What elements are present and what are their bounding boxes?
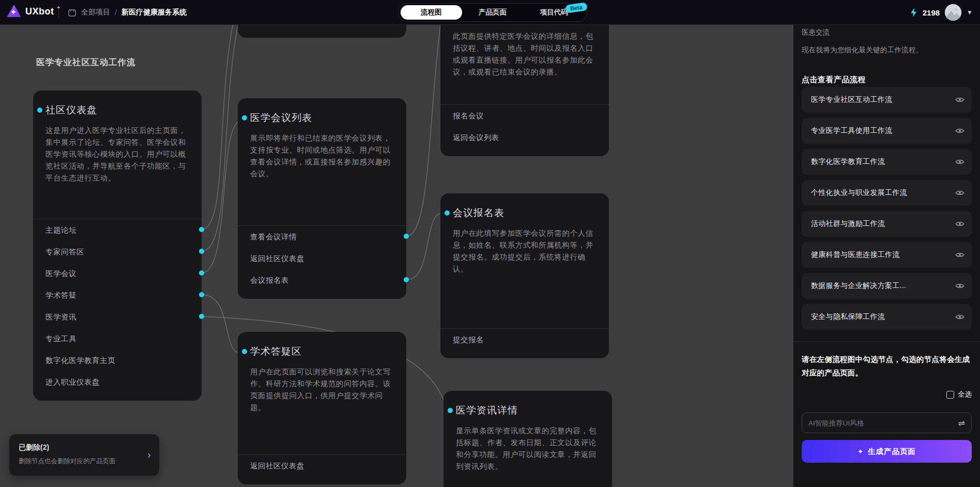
workflow-item-label: 数字化医学教育工作流	[811, 157, 885, 166]
workflow-item-5[interactable]: 活动社群与激励工作流	[802, 211, 972, 237]
node-link-item[interactable]: 医学资讯	[33, 306, 202, 328]
node-link-item[interactable]: 主题论坛	[33, 219, 202, 241]
flow-node-academic-qa[interactable]: 学术答疑区用户在此页面可以浏览和搜索关于论文写作、科研方法和学术规范的问答内容。…	[238, 332, 406, 484]
chevron-down-icon[interactable]: ▼	[967, 9, 973, 16]
breadcrumb-current-page: 新医疗健康服务系统	[121, 8, 187, 17]
node-link-item[interactable]: 查看会议详情	[238, 226, 406, 248]
eye-icon[interactable]	[955, 250, 964, 260]
flow-node-medical-news-detail[interactable]: 医学资讯详情显示单条医学资讯或文章的完整内容，包括标题、作者、发布日期、正文以及…	[443, 391, 612, 487]
select-all-label: 全选	[958, 390, 972, 399]
node-input-port-dot	[242, 349, 247, 354]
workflow-item-7[interactable]: 数据服务与企业解决方案工...	[802, 273, 972, 299]
breadcrumb-separator: /	[115, 8, 117, 17]
workflow-list-heading: 点击查看产品流程	[802, 75, 866, 85]
eye-icon[interactable]	[955, 95, 964, 104]
view-tabs: 流程图 产品页面 项目代码	[398, 3, 587, 22]
flowchart-canvas[interactable]: 医学专业社区互动工作流 社区仪表盘这是用户进入医学专业社区后的主页面，集中展示了…	[0, 25, 793, 487]
node-title: 社区仪表盘	[45, 103, 97, 117]
expand-chevron-icon[interactable]: ›	[147, 449, 151, 461]
workflow-item-label: 专业医学工具使用工作流	[811, 126, 892, 135]
node-link-item[interactable]: 数字化医学教育主页	[33, 349, 202, 371]
node-link-item[interactable]: 会议报名表	[238, 269, 406, 291]
top-bar: UXbot ✦ 全部项目 / 新医疗健康服务系统 流程图 产品页面 项目代码 B…	[0, 0, 980, 25]
node-title: 医学会议列表	[250, 111, 312, 125]
sparkle-icon: ✦	[858, 448, 864, 455]
breadcrumb-project-link[interactable]: 全部项目	[81, 8, 110, 17]
project-folder-icon	[68, 8, 76, 17]
node-description: 用户在此填写参加医学会议所需的个人信息，如姓名、联系方式和所属机构等，并提交报名…	[453, 227, 596, 275]
workflow-item-2[interactable]: 专业医学工具使用工作流	[802, 118, 972, 144]
avatar[interactable]	[945, 4, 961, 21]
breadcrumb: 全部项目 / 新医疗健康服务系统	[68, 0, 187, 25]
node-output-port-dot	[404, 234, 409, 239]
eye-icon[interactable]	[955, 281, 964, 291]
workflow-item-3[interactable]: 数字化医学教育工作流	[802, 149, 972, 175]
node-link-item[interactable]: 提交报名	[440, 329, 609, 351]
deleted-count: 已删除(2)	[19, 443, 150, 452]
node-output-port-dot	[199, 227, 204, 232]
node-output-port-dot	[199, 270, 204, 276]
workflow-item-8[interactable]: 安全与隐私保障工作流	[802, 304, 972, 330]
eye-icon[interactable]	[955, 312, 964, 322]
node-link-item[interactable]: 进入职业仪表盘	[33, 371, 202, 393]
node-link-item[interactable]: 报名会议	[440, 105, 609, 127]
sidebar-divider	[793, 341, 980, 342]
node-description: 显示单条医学资讯或文章的完整内容，包括标题、作者、发布日期、正文以及评论和分享功…	[456, 425, 600, 473]
workflow-item-1[interactable]: 医学专业社区互动工作流	[802, 87, 972, 113]
node-input-port-dot	[448, 408, 453, 413]
workflow-item-label: 个性化执业与职业发展工作流	[811, 188, 907, 197]
workflow-item-label: 健康科普与医患连接工作流	[811, 250, 900, 260]
node-output-port-dot	[404, 277, 409, 282]
assistant-text-line: 现在我将为您细化最关键的工作流程。	[802, 45, 923, 55]
node-page-links: 查看会议详情返回社区仪表盘会议报名表	[238, 225, 406, 299]
node-input-port-dot	[242, 115, 247, 120]
node-output-port-dot	[199, 314, 204, 319]
node-link-item[interactable]: 专业工具	[33, 328, 202, 349]
logo-triangle-icon	[7, 5, 21, 18]
workflow-item-label: 数据服务与企业解决方案工...	[811, 281, 906, 291]
node-title: 医学资讯详情	[456, 404, 518, 417]
flow-node-conference-list[interactable]: 医学会议列表展示即将举行和已结束的医学会议列表，支持按专业、时间或地点筛选。用户…	[238, 98, 406, 299]
select-all-control[interactable]: 全选	[946, 390, 972, 399]
logo-text: UXbot	[25, 6, 54, 17]
flow-node-partial-top-node[interactable]	[238, 25, 406, 38]
flow-node-conference-signup-form[interactable]: 会议报名表用户在此填写参加医学会议所需的个人信息，如姓名、联系方式和所属机构等，…	[440, 193, 609, 358]
node-link-item[interactable]: 学术答疑	[33, 284, 202, 306]
node-page-links: 主题论坛专家问答区医学会议学术答疑医学资讯专业工具数字化医学教育主页进入职业仪表…	[33, 219, 202, 401]
node-link-item[interactable]: 返回社区仪表盘	[238, 248, 406, 269]
node-title: 学术答疑区	[250, 345, 302, 358]
node-description: 用户在此页面可以浏览和搜索关于论文写作、科研方法和学术规范的问答内容。该页面提供…	[250, 366, 394, 414]
topbar-divider	[58, 7, 59, 18]
eye-icon[interactable]	[955, 157, 964, 166]
eye-icon[interactable]	[955, 188, 964, 197]
node-page-links: 报名会议返回会议列表	[440, 104, 609, 156]
selection-instruction: 请在左侧流程图中勾选节点，勾选的节点将会生成对应的产品页面。	[802, 353, 972, 379]
tab-product-pages[interactable]: 产品页面	[462, 5, 524, 20]
node-input-port-dot	[37, 108, 42, 113]
eye-icon[interactable]	[955, 219, 964, 229]
ui-style-input[interactable]	[808, 419, 958, 427]
node-page-links: 提交报名	[440, 328, 609, 358]
node-link-item[interactable]: 返回社区仪表盘	[238, 455, 406, 477]
flow-node-community-dashboard[interactable]: 社区仪表盘这是用户进入医学专业社区后的主页面，集中展示了论坛、专家问答、医学会议…	[33, 90, 202, 401]
node-link-item[interactable]: 专家问答区	[33, 241, 202, 263]
node-description: 此页面提供特定医学会议的详细信息，包括议程、讲者、地点、时间以及报名入口或观看直…	[453, 31, 596, 78]
flow-node-conference-detail[interactable]: 此页面提供特定医学会议的详细信息，包括议程、讲者、地点、时间以及报名入口或观看直…	[440, 25, 609, 156]
node-description: 展示即将举行和已结束的医学会议列表，支持按专业、时间或地点筛选。用户可以查看会议…	[250, 132, 394, 180]
node-link-item[interactable]: 医学会议	[33, 263, 202, 284]
assistant-text-line: 医患交流	[802, 28, 830, 37]
tab-flowchart[interactable]: 流程图	[401, 5, 462, 20]
swap-icon[interactable]: ⇌	[958, 418, 965, 428]
deleted-nodes-widget[interactable]: 已删除(2) 删除节点也会删除对应的产品页面 ›	[9, 434, 159, 476]
eye-icon[interactable]	[955, 126, 964, 135]
workflow-item-6[interactable]: 健康科普与医患连接工作流	[802, 242, 972, 268]
workflow-item-label: 安全与隐私保障工作流	[811, 312, 885, 322]
workflow-item-4[interactable]: 个性化执业与职业发展工作流	[802, 180, 972, 206]
lightning-credits-icon	[910, 7, 917, 18]
node-link-item[interactable]: 返回会议列表	[440, 127, 609, 148]
generate-pages-button[interactable]: ✦ 生成产品页面	[802, 440, 972, 463]
select-all-checkbox[interactable]	[946, 391, 954, 399]
node-output-port-dot	[199, 249, 204, 254]
deleted-hint: 删除节点也会删除对应的产品页面	[19, 457, 150, 466]
node-page-links: 返回社区仪表盘	[238, 454, 406, 484]
